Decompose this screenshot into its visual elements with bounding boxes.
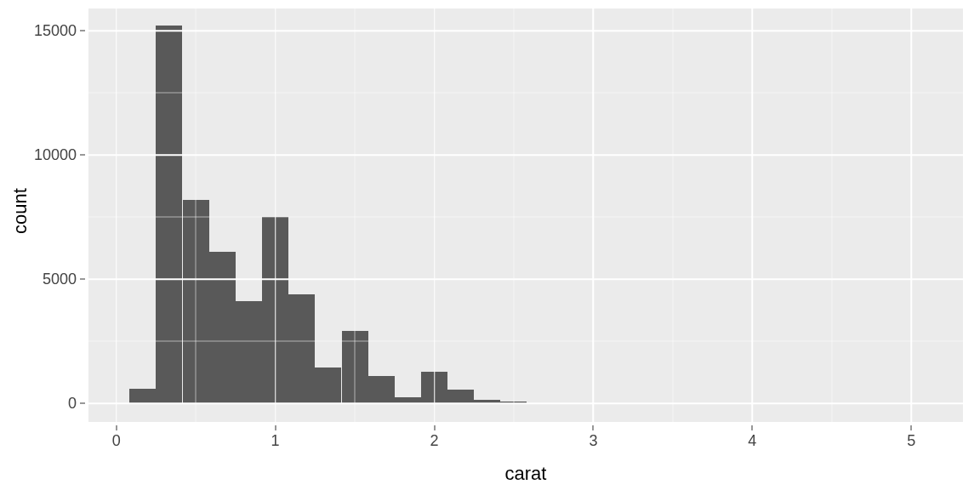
- y-axis-ticks: 050001000015000: [31, 9, 85, 422]
- y-tick-mark: [80, 279, 85, 280]
- vgrid-major: [593, 9, 595, 422]
- vgrid-minor: [672, 9, 673, 422]
- histogram-bar: [315, 368, 341, 403]
- y-tick-label: 15000: [34, 22, 77, 40]
- y-tick-label: 0: [68, 395, 77, 413]
- x-tick-mark: [911, 425, 912, 430]
- vgrid-major: [116, 9, 117, 422]
- y-tick-label: 10000: [34, 146, 77, 164]
- vgrid-major: [752, 9, 754, 422]
- x-axis-label: carat: [88, 463, 963, 485]
- x-tick-mark: [434, 425, 435, 430]
- y-tick-label: 5000: [43, 271, 77, 288]
- vgrid-minor: [196, 9, 197, 422]
- histogram-bar: [236, 301, 262, 403]
- x-tick-label: 5: [907, 432, 915, 450]
- x-tick-mark: [593, 425, 594, 430]
- y-tick-mark: [80, 403, 85, 404]
- x-axis-ticks: 012345: [88, 425, 963, 456]
- vgrid-major: [275, 9, 276, 422]
- y-tick-mark: [80, 155, 85, 156]
- y-axis-label-text: count: [9, 188, 31, 234]
- x-tick-mark: [752, 425, 753, 430]
- x-tick-mark: [116, 425, 117, 430]
- histogram-bar: [368, 376, 395, 403]
- vgrid-minor: [513, 9, 514, 422]
- plot-panel: [88, 9, 963, 422]
- x-tick-label: 3: [589, 432, 597, 450]
- vgrid-minor: [831, 9, 832, 422]
- x-tick-label: 0: [112, 432, 121, 450]
- x-tick-label: 4: [748, 432, 756, 450]
- vgrid-major: [911, 9, 913, 422]
- histogram-chart: count 050001000015000 012345 carat: [0, 0, 980, 490]
- x-tick-mark: [275, 425, 276, 430]
- histogram-bar: [447, 390, 474, 403]
- histogram-bar: [129, 389, 156, 404]
- y-axis-label: count: [10, 0, 31, 422]
- x-tick-label: 1: [271, 432, 280, 450]
- histogram-bar: [209, 252, 236, 403]
- x-tick-label: 2: [430, 432, 439, 450]
- histogram-bar: [288, 294, 315, 403]
- y-tick-mark: [80, 31, 85, 31]
- vgrid-minor: [355, 9, 356, 422]
- vgrid-major: [434, 9, 436, 422]
- histogram-bar: [156, 26, 182, 403]
